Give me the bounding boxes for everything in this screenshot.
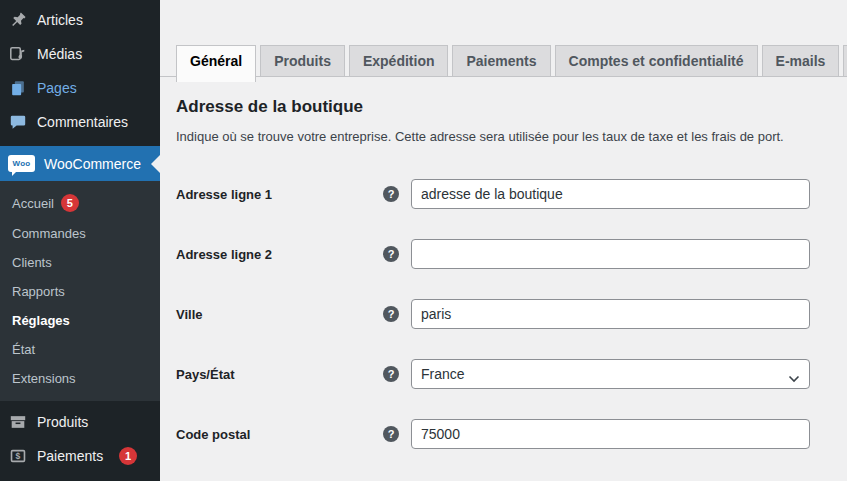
field-label: Pays/État (176, 367, 383, 382)
form-row-code-postal: Code postal ? (176, 419, 847, 449)
notification-badge: 5 (61, 194, 79, 212)
postcode-input[interactable] (411, 419, 810, 449)
submenu-item-label: Clients (12, 255, 52, 270)
submenu-item-label: Extensions (12, 371, 76, 386)
field-label: Adresse ligne 2 (176, 247, 383, 262)
field-label: Code postal (176, 427, 383, 442)
form-row-ville: Ville ? (176, 299, 847, 329)
sidebar-item-pages[interactable]: Pages (0, 71, 160, 105)
settings-tabs: Général Produits Expédition Paiements Co… (160, 45, 847, 77)
tab-expedition[interactable]: Expédition (349, 45, 449, 77)
submenu-item-label: Commandes (12, 226, 86, 241)
submenu-item-label: Réglages (12, 313, 70, 328)
city-input[interactable] (411, 299, 810, 329)
sidebar-item-paiements[interactable]: $ Paiements 1 (0, 439, 160, 473)
form-row-adresse-ligne-2: Adresse ligne 2 ? (176, 239, 847, 269)
tab-emails[interactable]: E-mails (762, 45, 840, 77)
submenu-item-label: Rapports (12, 284, 65, 299)
page-description: Indique où se trouve votre entreprise. C… (176, 129, 847, 144)
sidebar-item-label: Produits (37, 414, 88, 430)
page-title: Adresse de la boutique (176, 97, 847, 117)
sidebar-item-label: Médias (37, 46, 82, 62)
submenu-item-extensions[interactable]: Extensions (0, 364, 160, 393)
sidebar-item-label: Pages (37, 80, 77, 96)
country-select-wrap: France (411, 359, 810, 389)
current-menu-arrow (151, 155, 160, 173)
submenu-item-clients[interactable]: Clients (0, 248, 160, 277)
country-select[interactable]: France (411, 359, 810, 389)
sidebar-item-label: WooCommerce (44, 156, 141, 172)
sidebar-item-label: Paiements (37, 448, 103, 464)
sidebar-item-produits[interactable]: Produits (0, 405, 160, 439)
address-line-1-input[interactable] (411, 179, 810, 209)
address-line-2-input[interactable] (411, 239, 810, 269)
comment-icon (8, 112, 28, 132)
admin-sidebar: Articles Médias Pages Commentaires Woo W… (0, 0, 160, 481)
sidebar-item-medias[interactable]: Médias (0, 37, 160, 71)
sidebar-item-label: Articles (37, 12, 83, 28)
box-icon (8, 412, 28, 432)
submenu-item-commandes[interactable]: Commandes (0, 219, 160, 248)
media-icon (8, 44, 28, 64)
field-label: Ville (176, 307, 383, 322)
help-icon[interactable]: ? (383, 306, 399, 322)
form-row-pays-etat: Pays/État ? France (176, 359, 847, 389)
tab-integration[interactable]: Intégration (843, 45, 847, 77)
payments-icon: $ (8, 446, 28, 466)
help-icon[interactable]: ? (383, 186, 399, 202)
tab-paiements[interactable]: Paiements (452, 45, 550, 77)
svg-text:$: $ (16, 451, 21, 461)
field-label: Adresse ligne 1 (176, 187, 383, 202)
sidebar-item-woocommerce[interactable]: Woo WooCommerce (0, 146, 160, 181)
sidebar-item-commentaires[interactable]: Commentaires (0, 105, 160, 139)
submenu-item-etat[interactable]: État (0, 335, 160, 364)
store-address-form: Adresse ligne 1 ? Adresse ligne 2 ? Vill… (176, 179, 847, 449)
submenu-item-accueil[interactable]: Accueil 5 (0, 187, 160, 219)
sidebar-top-menu: Articles Médias Pages Commentaires (0, 0, 160, 139)
help-icon[interactable]: ? (383, 366, 399, 382)
submenu-item-label: État (12, 342, 35, 357)
submenu-item-rapports[interactable]: Rapports (0, 277, 160, 306)
help-icon[interactable]: ? (383, 246, 399, 262)
notification-badge: 1 (119, 447, 137, 465)
woocommerce-icon: Woo (8, 155, 35, 172)
form-row-adresse-ligne-1: Adresse ligne 1 ? (176, 179, 847, 209)
settings-content: Général Produits Expédition Paiements Co… (160, 0, 847, 481)
tab-comptes-confidentialite[interactable]: Comptes et confidentialité (555, 45, 758, 77)
sidebar-item-articles[interactable]: Articles (0, 3, 160, 37)
pages-icon (8, 78, 28, 98)
help-icon[interactable]: ? (383, 426, 399, 442)
sidebar-item-label: Commentaires (37, 114, 128, 130)
submenu-item-label: Accueil (12, 196, 54, 211)
woocommerce-submenu: Accueil 5 Commandes Clients Rapports Rég… (0, 181, 160, 401)
sidebar-bottom-menu: Produits $ Paiements 1 Statistiques (0, 401, 160, 481)
tab-produits[interactable]: Produits (260, 45, 345, 77)
tab-general[interactable]: Général (176, 45, 256, 82)
pin-icon (8, 10, 28, 30)
submenu-item-reglages[interactable]: Réglages (0, 306, 160, 335)
sidebar-item-statistiques[interactable]: Statistiques (0, 473, 160, 481)
